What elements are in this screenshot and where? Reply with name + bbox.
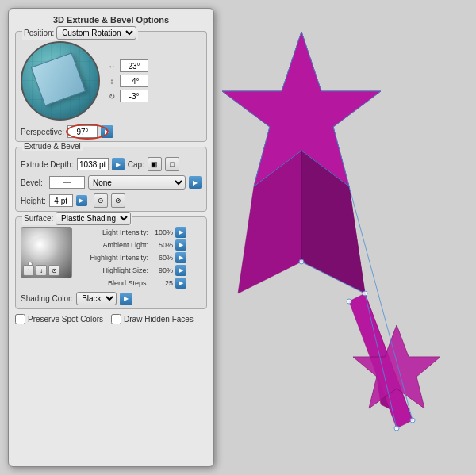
blend-steps-label: Blend Steps: (77, 279, 148, 287)
extrude-depth-arrow[interactable]: ▶ (112, 158, 125, 170)
highlight-size-value: 90% (151, 266, 173, 274)
perspective-input[interactable] (67, 125, 98, 138)
blend-steps-btn[interactable]: ▶ (175, 278, 186, 289)
star-svg (206, 24, 460, 468)
highlight-size-btn[interactable]: ▶ (175, 265, 186, 276)
ambient-light-value: 50% (151, 241, 173, 249)
position-section-label: Position: Custom Rotation (22, 26, 138, 40)
position-section: Position: Custom Rotation ↔ (15, 31, 207, 142)
bevel-preview: — (49, 176, 85, 189)
sphere-preview (21, 41, 100, 121)
blend-steps-row: Blend Steps: 25 ▶ (77, 278, 202, 289)
cap-label: Cap: (128, 160, 144, 169)
svg-point-11 (363, 291, 367, 296)
extrude-depth-label: Extrude Depth: (21, 160, 74, 169)
rotation-y-icon: ↕ (106, 75, 117, 86)
perspective-arrow-button[interactable]: ▶ (101, 125, 113, 138)
extrude-depth-row: Extrude Depth: ▶ Cap: ▣ □ (21, 157, 202, 171)
highlight-size-row: Highlight Size: 90% ▶ (77, 265, 202, 276)
height-row: Height: ▶ ⊙ ⊘ (21, 193, 202, 208)
highlight-intensity-value: 60% (151, 254, 173, 262)
highlight-intensity-row: Highlight Intensity: 60% ▶ (77, 252, 202, 263)
position-dropdown[interactable]: Custom Rotation (56, 26, 136, 40)
shading-color-select[interactable]: Black (76, 292, 117, 305)
extrude-bevel-section: Extrude & Bevel Extrude Depth: ▶ Cap: ▣ … (15, 147, 207, 212)
extrude-depth-input[interactable] (77, 158, 109, 170)
shading-color-row: Shading Color: Black ▶ (21, 292, 202, 305)
ambient-light-btn[interactable]: ▶ (175, 239, 186, 251)
perspective-label: Perspective: (21, 128, 64, 136)
rotation-z-icon: ↻ (106, 90, 117, 102)
rotation-inputs: ↔ ↕ ↻ (106, 59, 148, 102)
rotation-z-row: ↻ (106, 90, 148, 102)
rotation-x-icon: ↔ (106, 60, 117, 71)
cap-button-2[interactable]: □ (165, 157, 179, 171)
rotation-z-input[interactable] (120, 90, 148, 102)
shading-color-arrow[interactable]: ▶ (120, 293, 132, 305)
shading-color-label: Shading Color: (21, 294, 73, 303)
dialog-title: 3D Extrude & Bevel Options (15, 15, 207, 25)
surface-icon-3[interactable]: ⊙ (48, 265, 60, 276)
svg-point-10 (394, 426, 399, 431)
highlight-intensity-btn[interactable]: ▶ (175, 252, 186, 263)
perspective-row: Perspective: ▶ (21, 125, 202, 138)
rotation-y-input[interactable] (120, 75, 148, 87)
height-icon-2[interactable]: ⊘ (111, 193, 125, 208)
height-arrow[interactable]: ▶ (76, 195, 87, 206)
rotation-y-row: ↕ (106, 75, 148, 87)
draw-hidden-faces-label: Draw Hidden Faces (111, 314, 194, 324)
surface-sphere (29, 236, 60, 266)
light-intensity-value: 100% (151, 228, 173, 236)
surface-body: ↑ ↓ ⊙ Light Intensity: 100% ▶ Ambient Li… (21, 227, 202, 289)
ambient-light-row: Ambient Light: 50% ▶ (77, 239, 202, 251)
surface-icons-row: ↑ ↓ ⊙ (23, 265, 60, 276)
preserve-spot-colors-text: Preserve Spot Colors (28, 315, 103, 324)
preserve-spot-colors-label: Preserve Spot Colors (15, 314, 103, 324)
blend-steps-value: 25 (151, 279, 173, 287)
sphere-container: ↔ ↕ ↻ (21, 41, 202, 121)
surface-section: Surface: Plastic Shading ↑ ↓ ⊙ (15, 216, 207, 309)
light-intensity-row: Light Intensity: 100% ▶ (77, 227, 202, 238)
star-background (198, 8, 468, 475)
preserve-spot-colors-checkbox[interactable] (15, 314, 25, 324)
highlight-size-label: Highlight Size: (77, 266, 148, 274)
surface-dropdown[interactable]: Plastic Shading (56, 212, 131, 225)
surface-icon-2[interactable]: ↓ (36, 265, 47, 276)
light-intensity-btn[interactable]: ▶ (175, 227, 186, 238)
surface-sliders: Light Intensity: 100% ▶ Ambient Light: 5… (77, 227, 202, 289)
height-input[interactable] (49, 194, 73, 207)
surface-preview: ↑ ↓ ⊙ (21, 227, 72, 278)
surface-section-label: Surface: Plastic Shading (22, 212, 132, 225)
bevel-label: Bevel: (21, 178, 46, 187)
perspective-input-wrap (67, 125, 98, 138)
rotation-x-input[interactable] (120, 59, 148, 72)
rotation-x-row: ↔ (106, 59, 148, 72)
light-intensity-label: Light Intensity: (77, 228, 148, 236)
height-label: Height: (21, 197, 46, 205)
bevel-row: Bevel: — None ▶ (21, 175, 202, 190)
bevel-arrow[interactable]: ▶ (189, 176, 202, 189)
svg-point-9 (410, 418, 415, 423)
highlight-intensity-label: Highlight Intensity: (77, 254, 148, 262)
svg-point-12 (347, 299, 351, 304)
surface-icon-1[interactable]: ↑ (23, 265, 34, 276)
draw-hidden-faces-checkbox[interactable] (111, 314, 121, 324)
checkboxes-row: Preserve Spot Colors Draw Hidden Faces (15, 314, 207, 324)
extrude-section-label: Extrude & Bevel (22, 142, 83, 151)
content-wrapper: 3D Extrude & Bevel Options OK Cancel Map… (8, 8, 468, 467)
dialog: 3D Extrude & Bevel Options OK Cancel Map… (8, 8, 214, 467)
svg-point-13 (299, 259, 304, 264)
bevel-select[interactable]: None (88, 175, 186, 190)
cap-button-1[interactable]: ▣ (148, 157, 162, 171)
draw-hidden-faces-text: Draw Hidden Faces (124, 315, 194, 324)
ambient-light-label: Ambient Light: (77, 241, 148, 249)
height-icon-1[interactable]: ⊙ (94, 193, 108, 208)
